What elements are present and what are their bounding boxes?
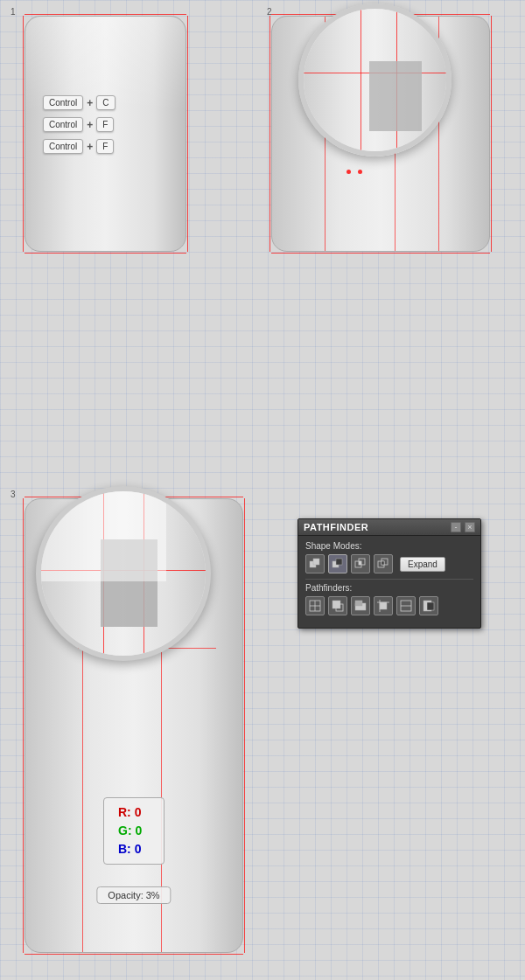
unite-icon bbox=[309, 558, 321, 570]
panel-1: Control + C Control + F Control + F bbox=[24, 16, 186, 252]
key-control-2: Control bbox=[43, 117, 83, 132]
divide-icon-btn[interactable] bbox=[305, 596, 325, 615]
red-dot-2 bbox=[358, 170, 362, 174]
key-control-3: Control bbox=[43, 139, 83, 154]
rgb-display: R: 0 G: 0 B: 0 bbox=[103, 797, 164, 865]
guide-right-3 bbox=[244, 498, 245, 953]
plus-3: + bbox=[87, 141, 93, 153]
device-body-2 bbox=[271, 16, 490, 252]
titlebar-controls: - × bbox=[451, 522, 475, 532]
shortcut-row-1: Control + C bbox=[43, 95, 116, 110]
minimize-button[interactable]: - bbox=[451, 522, 461, 532]
minus-front-icon bbox=[332, 558, 344, 570]
device-body-1: Control + C Control + F Control + F bbox=[24, 16, 186, 252]
guide-right-2 bbox=[491, 16, 492, 252]
magnifier-2 bbox=[298, 3, 452, 156]
minus-front-icon-btn[interactable] bbox=[328, 554, 347, 573]
plus-2: + bbox=[87, 119, 93, 131]
section-num-1: 1 bbox=[10, 7, 16, 17]
red-dot-1 bbox=[346, 170, 351, 174]
key-f-1: F bbox=[96, 117, 114, 132]
outline-icon bbox=[400, 600, 412, 612]
guide-left-2 bbox=[270, 16, 270, 252]
svg-rect-9 bbox=[382, 561, 384, 565]
unite-icon-btn[interactable] bbox=[305, 554, 325, 573]
red-dots-2 bbox=[346, 170, 362, 174]
svg-rect-16 bbox=[355, 601, 362, 606]
svg-rect-1 bbox=[313, 559, 319, 565]
pathfinder-title: PATHFINDER bbox=[304, 522, 368, 532]
divide-icon bbox=[309, 600, 321, 612]
close-button[interactable]: × bbox=[465, 522, 475, 532]
pathfinder-body: Shape Modes: bbox=[298, 536, 480, 628]
exclude-icon-btn[interactable] bbox=[374, 554, 393, 573]
guide-bottom-3 bbox=[24, 954, 243, 955]
key-f-2: F bbox=[96, 139, 114, 154]
pathfinder-panel: PATHFINDER - × Shape Modes: bbox=[298, 518, 481, 629]
crop-icon-btn[interactable] bbox=[374, 596, 393, 615]
pathfinder-titlebar: PATHFINDER - × bbox=[298, 519, 480, 536]
svg-rect-13 bbox=[332, 601, 340, 608]
shortcut-row-3: Control + F bbox=[43, 139, 116, 154]
trim-icon bbox=[332, 600, 344, 612]
intersect-icon bbox=[354, 558, 367, 570]
key-c: C bbox=[96, 95, 115, 110]
guide-left-1 bbox=[23, 16, 24, 252]
rgb-g-value: G: 0 bbox=[118, 822, 150, 840]
guide-top-1 bbox=[24, 14, 186, 15]
shape-modes-label: Shape Modes: bbox=[305, 541, 473, 551]
pathfinders-label: Pathfinders: bbox=[305, 583, 473, 593]
pf-divider bbox=[305, 579, 473, 580]
guide-bottom-1 bbox=[24, 253, 186, 254]
pathfinders-row bbox=[305, 596, 473, 615]
magnifier-content-2 bbox=[304, 9, 446, 151]
mag-rect bbox=[369, 61, 422, 131]
shortcuts-area: Control + C Control + F Control + F bbox=[43, 95, 116, 154]
expand-button[interactable]: Expand bbox=[400, 557, 445, 572]
mag3-white bbox=[41, 491, 166, 581]
exclude-icon bbox=[377, 558, 389, 570]
shortcut-row-2: Control + F bbox=[43, 117, 116, 132]
minus-back-icon bbox=[423, 600, 435, 612]
merge-icon bbox=[354, 600, 367, 612]
rgb-r-value: R: 0 bbox=[118, 803, 150, 822]
device-body-3: R: 0 G: 0 B: 0 Opacity: 3% bbox=[24, 498, 243, 953]
shape-modes-row: Expand bbox=[305, 554, 473, 573]
intersect-icon-btn[interactable] bbox=[351, 554, 370, 573]
rgb-b-value: B: 0 bbox=[118, 840, 150, 858]
section-num-3: 3 bbox=[10, 490, 16, 499]
svg-rect-23 bbox=[427, 602, 434, 610]
merge-icon-btn[interactable] bbox=[351, 596, 370, 615]
svg-rect-3 bbox=[336, 559, 342, 565]
guide-bottom-2 bbox=[271, 253, 490, 254]
crop-icon bbox=[377, 600, 389, 612]
panel-3: R: 0 G: 0 B: 0 Opacity: 3% bbox=[24, 498, 243, 953]
svg-rect-6 bbox=[359, 561, 361, 565]
trim-icon-btn[interactable] bbox=[328, 596, 347, 615]
panel-2 bbox=[271, 16, 490, 252]
guide-right-1 bbox=[187, 16, 188, 252]
magnifier3-content bbox=[41, 491, 206, 656]
svg-rect-17 bbox=[380, 602, 387, 609]
opacity-display: Opacity: 3% bbox=[96, 886, 171, 904]
minus-back-icon-btn[interactable] bbox=[419, 596, 438, 615]
key-control-1: Control bbox=[43, 95, 83, 110]
guide-left-3 bbox=[23, 498, 24, 953]
magnifier-3 bbox=[36, 486, 211, 661]
outline-icon-btn[interactable] bbox=[396, 596, 416, 615]
mag-vline-1 bbox=[360, 9, 361, 151]
plus-1: + bbox=[87, 97, 93, 109]
